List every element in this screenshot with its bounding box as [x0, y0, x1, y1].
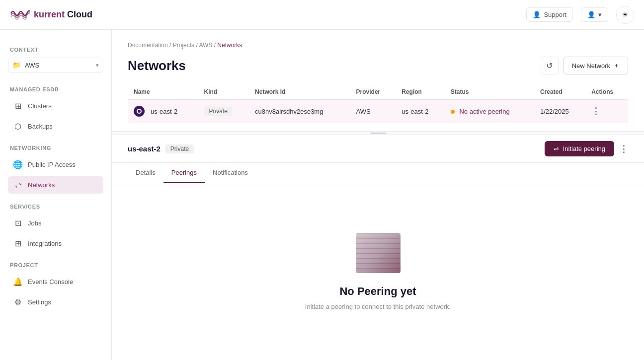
backups-label: Backups	[28, 123, 53, 130]
cell-status: No active peering	[445, 100, 534, 123]
services-label: Services	[8, 204, 103, 210]
sidebar-item-backups[interactable]: ⬡ Backups	[8, 118, 103, 135]
settings-icon: ⚙	[13, 297, 23, 307]
network-name: us-east-2	[128, 144, 161, 153]
networking-label: Networking	[8, 145, 103, 151]
row-actions-menu[interactable]: ⋮	[591, 106, 600, 116]
table-row[interactable]: us-east-2 Private cu8nv8airsdhv2ese3mg A…	[128, 100, 628, 123]
page-title: Networks	[128, 58, 186, 73]
user-menu-button[interactable]: 👤 ▾	[581, 7, 608, 22]
sidebar-item-public-ip[interactable]: 🌐 Public IP Access	[8, 156, 103, 173]
panel-divider[interactable]	[112, 131, 644, 135]
col-status: Status	[445, 84, 534, 100]
panel-more-actions[interactable]: ⋮	[619, 144, 628, 154]
cell-network-id: cu8nv8airsdhv2ese3mg	[249, 100, 350, 123]
context-value: AWS	[25, 62, 92, 69]
jobs-label: Jobs	[28, 219, 41, 227]
tab-notifications[interactable]: Notifications	[205, 163, 256, 183]
cell-created: 1/22/2025	[534, 100, 585, 123]
cell-kind: Private	[198, 100, 249, 123]
network-row-icon	[134, 106, 145, 117]
cell-provider: AWS	[350, 100, 396, 123]
initiate-peering-button[interactable]: ⇌ Initiate peering	[545, 141, 614, 156]
bottom-panel: us-east-2 Private ⇌ Initiate peering ⋮ D…	[112, 135, 644, 360]
col-network-id: Network Id	[249, 84, 350, 100]
chevron-down-icon: ▾	[598, 11, 602, 18]
col-created: Created	[534, 84, 585, 100]
tabs-bar: Details Peerings Notifications	[112, 163, 644, 183]
breadcrumb: Documentation / Projects / AWS / Network…	[128, 42, 628, 49]
context-section-label: Context	[8, 47, 103, 53]
integrations-label: Integrations	[28, 240, 62, 247]
breadcrumb-current: Networks	[217, 42, 242, 49]
empty-title: No Peering yet	[339, 285, 416, 298]
cell-region: us-east-2	[396, 100, 445, 123]
jobs-icon: ⊡	[13, 218, 23, 228]
networks-label: Networks	[28, 181, 55, 189]
empty-illustration	[356, 233, 401, 273]
settings-label: Settings	[28, 298, 51, 306]
backups-icon: ⬡	[13, 122, 23, 131]
resize-handle	[370, 133, 386, 134]
peering-icon: ⇌	[554, 145, 559, 152]
events-console-icon: 🔔	[13, 277, 23, 287]
logo-waves-icon	[10, 5, 30, 24]
row-name-text: us-east-2	[151, 108, 177, 115]
sidebar-item-events-console[interactable]: 🔔 Events Console	[8, 273, 103, 290]
col-name: Name	[128, 84, 198, 100]
bottom-panel-header: us-east-2 Private ⇌ Initiate peering ⋮	[112, 135, 644, 163]
sidebar-item-jobs[interactable]: ⊡ Jobs	[8, 215, 103, 232]
col-region: Region	[396, 84, 445, 100]
logo-label: kurrent Cloud	[34, 9, 92, 20]
context-selector[interactable]: 📁 AWS ▾	[8, 58, 103, 72]
new-network-label: New Network	[572, 62, 610, 70]
sidebar: Context 📁 AWS ▾ Managed ESDB ⊞ Clusters …	[0, 30, 112, 360]
empty-state: No Peering yet Initiate a peering to con…	[112, 183, 644, 360]
page-header: Networks ↺ New Network ＋	[128, 57, 628, 74]
table-section: Documentation / Projects / AWS / Network…	[112, 30, 644, 131]
public-ip-label: Public IP Access	[28, 161, 76, 168]
logo: kurrent Cloud	[10, 5, 92, 24]
tab-details[interactable]: Details	[128, 163, 163, 183]
sidebar-item-networks[interactable]: ⇌ Networks	[8, 176, 103, 194]
nav-right: 👤 Support 👤 ▾ ☀	[526, 6, 634, 24]
breadcrumb-documentation[interactable]: Documentation	[128, 42, 168, 49]
header-actions: ↺ New Network ＋	[541, 57, 628, 74]
user-icon: 👤	[587, 11, 595, 18]
col-kind: Kind	[198, 84, 249, 100]
main-content: Documentation / Projects / AWS / Network…	[112, 30, 644, 360]
top-nav: kurrent Cloud 👤 Support 👤 ▾ ☀	[0, 0, 644, 30]
col-actions: Actions	[585, 84, 628, 100]
new-network-button[interactable]: New Network ＋	[564, 57, 628, 74]
theme-toggle-button[interactable]: ☀	[616, 6, 634, 24]
chevron-down-icon: ▾	[96, 62, 99, 69]
public-ip-icon: 🌐	[13, 160, 23, 169]
status-dot	[451, 110, 455, 114]
sidebar-item-integrations[interactable]: ⊞ Integrations	[8, 235, 103, 252]
events-console-label: Events Console	[28, 278, 73, 286]
support-button[interactable]: 👤 Support	[526, 7, 573, 22]
breadcrumb-aws[interactable]: AWS	[199, 42, 212, 49]
col-provider: Provider	[350, 84, 396, 100]
sidebar-item-settings[interactable]: ⚙ Settings	[8, 293, 103, 311]
networks-table: Name Kind Network Id Provider Region Sta…	[128, 84, 628, 123]
plus-icon: ＋	[613, 61, 620, 70]
sidebar-item-clusters[interactable]: ⊞ Clusters	[8, 97, 103, 115]
theme-icon: ☀	[622, 11, 628, 18]
project-label: Project	[8, 262, 103, 268]
tab-peerings[interactable]: Peerings	[163, 163, 205, 183]
support-icon: 👤	[533, 11, 541, 18]
clusters-label: Clusters	[28, 102, 52, 110]
status-text: No active peering	[459, 108, 509, 115]
initiate-peering-label: Initiate peering	[563, 145, 605, 152]
cell-actions: ⋮	[585, 100, 628, 123]
networks-icon: ⇌	[13, 180, 23, 190]
managed-esdb-label: Managed ESDB	[8, 86, 103, 92]
network-title-area: us-east-2 Private	[128, 144, 194, 153]
panel-header-actions: ⇌ Initiate peering ⋮	[545, 141, 628, 156]
refresh-button[interactable]: ↺	[541, 57, 559, 74]
network-badge: Private	[165, 144, 194, 153]
kind-badge: Private	[204, 107, 233, 116]
cell-name: us-east-2	[128, 100, 198, 123]
breadcrumb-projects[interactable]: Projects	[173, 42, 194, 49]
